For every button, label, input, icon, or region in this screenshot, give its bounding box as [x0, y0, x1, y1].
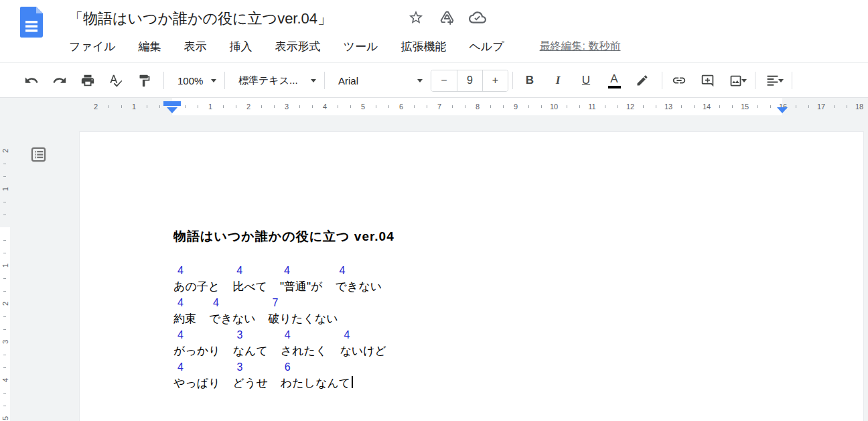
zoom-select[interactable]: 100%: [171, 70, 223, 91]
decrease-font-size-button[interactable]: −: [431, 70, 457, 91]
bold-button[interactable]: B: [520, 70, 540, 91]
ruler-tick: [847, 105, 847, 108]
move-to-folder-icon[interactable]: [438, 9, 455, 26]
ruler-tick: [274, 105, 275, 108]
lyric-segment: 4されたく: [281, 327, 328, 359]
ruler-number: 1: [208, 98, 212, 115]
lyric-segment: 4あの子と: [173, 263, 220, 295]
ruler-number: 11: [588, 98, 595, 115]
ruler-number: 2: [1, 299, 10, 309]
align-dropdown-icon[interactable]: [778, 79, 784, 82]
ruler-tick: [452, 105, 453, 108]
ruler-tick: [3, 176, 6, 177]
print-button[interactable]: [78, 70, 98, 91]
ruler-tick: [694, 105, 695, 108]
paragraph-style-value: 標準テキス...: [238, 74, 298, 87]
document-page[interactable]: 物語はいつか誰かの役に立つ ver.04 4あの子と4比べて4"普通"が4できな…: [79, 131, 864, 421]
horizontal-ruler[interactable]: 21123456789101112131415161718: [0, 98, 868, 115]
ruler-number: 4: [323, 98, 327, 115]
menu-item[interactable]: ファイル: [63, 36, 122, 57]
ruler-number: 6: [399, 98, 403, 115]
paint-format-button[interactable]: [134, 70, 154, 91]
text-color-button[interactable]: A: [604, 70, 624, 91]
lyric-segment: 4できない: [335, 263, 382, 295]
lyric-segment: 4できない: [209, 295, 256, 327]
lyric-word: なんて: [233, 343, 268, 359]
ruler-number: 7: [437, 98, 441, 115]
ruler-tick: [732, 105, 733, 108]
last-edit-link[interactable]: 最終編集: 数秒前: [540, 40, 621, 54]
toolbar-divider: [512, 72, 513, 89]
beat-count: 3: [233, 327, 268, 343]
ruler-tick: [643, 105, 644, 108]
redo-button[interactable]: [50, 70, 70, 91]
menu-item[interactable]: 編集: [133, 36, 167, 57]
zoom-value: 100%: [177, 75, 203, 86]
ruler-tick: [757, 105, 758, 108]
ruler-number: 13: [664, 98, 672, 115]
add-comment-button[interactable]: [697, 70, 717, 91]
ruler-tick: [236, 105, 236, 108]
ruler-number: 2: [1, 146, 10, 156]
ruler-tick: [465, 105, 465, 108]
cloud-saved-icon[interactable]: [469, 9, 486, 26]
chevron-down-icon: [417, 79, 423, 82]
ruler-tick: [261, 105, 262, 108]
document-title[interactable]: 「物語はいつか誰かの役に立つver.04」: [68, 9, 332, 29]
lyric-segment: 6わたしなんて: [281, 359, 353, 392]
first-line-indent-marker[interactable]: [163, 101, 181, 106]
ruler-number: 17: [817, 98, 825, 115]
lyric-word: がっかり: [173, 343, 220, 359]
menu-item[interactable]: 拡張機能: [394, 36, 452, 57]
lyric-word: 約束: [173, 311, 196, 327]
menu-item[interactable]: ヘルプ: [463, 36, 510, 57]
header: 「物語はいつか誰かの役に立つver.04」 ファイル編集表示挿入表示形式ツール拡…: [0, 0, 868, 63]
underline-button[interactable]: U: [576, 70, 596, 91]
ruler-tick: [108, 105, 109, 108]
undo-button[interactable]: [21, 70, 42, 91]
lyric-line: 4がっかり3なんて4されたく4ないけど: [173, 327, 386, 359]
beat-count: 4: [281, 327, 328, 343]
vertical-ruler[interactable]: 2112345: [0, 115, 10, 421]
menu-item[interactable]: 挿入: [224, 36, 259, 57]
ruler-number: 5: [361, 98, 365, 115]
lyric-line: 4あの子と4比べて4"普通"が4できない: [173, 263, 386, 295]
lyric-word: 破りたくない: [269, 311, 338, 327]
ruler-number: 2: [94, 98, 98, 115]
ruler-tick: [579, 105, 580, 108]
document-outline-button[interactable]: [29, 145, 48, 164]
right-indent-marker[interactable]: [777, 107, 788, 113]
lyric-segment: 4"普通"が: [280, 263, 322, 295]
ruler-tick: [490, 105, 491, 108]
ruler-number: 3: [1, 337, 10, 347]
ruler-number: 8: [476, 98, 480, 115]
docs-logo-icon[interactable]: [20, 7, 43, 38]
ruler-tick: [719, 105, 720, 108]
ruler-number: 12: [626, 98, 634, 115]
beat-count: 4: [173, 327, 220, 343]
ruler-tick: [770, 105, 771, 108]
menu-item[interactable]: 表示形式: [269, 36, 327, 57]
chevron-down-icon: [211, 79, 216, 82]
font-size-value[interactable]: 9: [457, 70, 482, 91]
insert-image-dropdown-icon[interactable]: [741, 79, 747, 82]
highlight-color-button[interactable]: [632, 70, 652, 91]
ruler-tick: [3, 202, 6, 202]
google-docs-window: 「物語はいつか誰かの役に立つver.04」 ファイル編集表示挿入表示形式ツール拡…: [0, 0, 868, 421]
ruler-tick: [681, 105, 682, 108]
spellcheck-button[interactable]: [106, 70, 126, 91]
toolbar-divider: [755, 72, 755, 89]
insert-link-button[interactable]: [669, 70, 689, 91]
italic-button[interactable]: I: [548, 70, 568, 91]
menu-item[interactable]: 表示: [178, 36, 213, 57]
lyric-word: やっぱり: [173, 375, 220, 392]
menu-item[interactable]: ツール: [338, 36, 384, 57]
star-icon[interactable]: [407, 9, 425, 26]
font-family-select[interactable]: Arial: [332, 70, 429, 91]
paragraph-style-select[interactable]: 標準テキス...: [232, 70, 323, 91]
increase-font-size-button[interactable]: +: [482, 70, 508, 91]
left-indent-marker[interactable]: [167, 107, 177, 113]
ruler-number: 3: [285, 98, 289, 115]
toolbar-divider: [324, 72, 325, 89]
ruler-tick: [3, 291, 6, 292]
